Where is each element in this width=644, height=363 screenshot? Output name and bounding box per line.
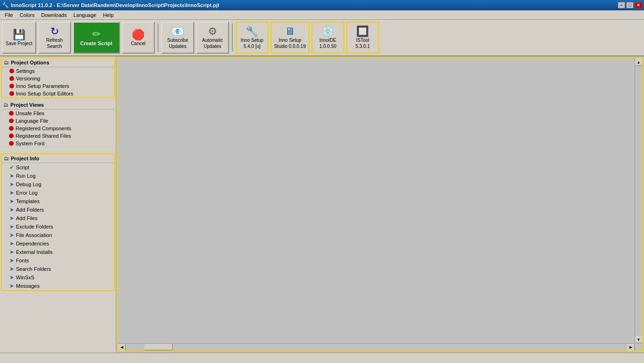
sidebar-item-messages[interactable]: ➤ Messages [2, 282, 114, 290]
horizontal-scrollbar[interactable]: ◀ ▶ [118, 343, 635, 351]
sidebar-item-error-log[interactable]: ➤ Error Log [2, 189, 114, 197]
registered-components-icon [9, 126, 14, 131]
project-views-section: 🗂 Project Views Unsafe Files Language Fi… [1, 100, 115, 148]
add-files-label: Add Files [16, 215, 38, 221]
sidebar-item-exclude-folders[interactable]: ➤ Exclude Folders [2, 222, 114, 231]
project-options-label: Project Options [11, 60, 49, 65]
scroll-track-h[interactable] [126, 344, 627, 351]
system-font-label: System Font [16, 141, 45, 146]
sidebar-item-settings[interactable]: Settings [2, 67, 114, 75]
project-options-header[interactable]: 🗂 Project Options [2, 58, 114, 67]
sidebar-item-registered-components[interactable]: Registered Components [1, 125, 114, 132]
project-info-section: 🗂 Project Info ✔ Script ➤ Run Log ➤ Debu… [1, 153, 115, 291]
refresh-icon: ↻ [50, 26, 59, 37]
system-font-icon [9, 141, 14, 146]
toolbar: 💾 Save Project ↻ Refresh Search ✏ Create… [0, 20, 644, 56]
versioning-icon [9, 76, 14, 81]
title-bar-controls[interactable]: − □ ✕ [618, 2, 642, 8]
sidebar-item-winsxs[interactable]: ➤ WinSxS [2, 273, 114, 282]
create-script-button[interactable]: ✏ Create Script [73, 22, 120, 54]
sidebar-item-registered-shared[interactable]: Registered Shared Files [1, 132, 114, 140]
menu-file[interactable]: File [2, 11, 16, 19]
scroll-thumb-h[interactable] [144, 344, 173, 350]
script-icon: ✔ [9, 164, 14, 171]
winsxs-label: WinSxS [16, 275, 34, 280]
menu-colors[interactable]: Colors [17, 11, 38, 19]
scroll-down-button[interactable]: ▼ [635, 336, 643, 343]
dependencies-icon: ➤ [9, 240, 14, 247]
scroll-left-button[interactable]: ◀ [118, 344, 126, 351]
sidebar-item-script[interactable]: ✔ Script [2, 163, 114, 172]
inno-studio-label2: Studio 0.0.0.19 [274, 44, 306, 49]
sidebar-item-add-folders[interactable]: ➤ Add Folders [2, 205, 114, 214]
unsafe-files-icon [9, 111, 14, 116]
status-bar [0, 353, 644, 363]
toolbar-separator-1 [158, 24, 159, 52]
scroll-track-v[interactable] [635, 66, 642, 336]
refresh-search-button[interactable]: ↻ Refresh Search [38, 22, 71, 54]
sidebar-item-debug-log[interactable]: ➤ Debug Log [2, 180, 114, 189]
project-info-header[interactable]: 🗂 Project Info [2, 154, 114, 163]
registered-shared-label: Registered Shared Files [16, 133, 71, 139]
debug-log-label: Debug Log [16, 182, 41, 187]
inno-studio-button[interactable]: 🖥 Inno Setup Studio 0.0.0.19 [270, 22, 310, 54]
cancel-label: Cancel [131, 41, 145, 46]
language-file-icon [9, 118, 14, 123]
project-options-items: Settings Versioning Inno Setup Parameter… [2, 67, 114, 97]
sidebar-item-search-folders[interactable]: ➤ Search Folders [2, 265, 114, 273]
search-folders-label: Search Folders [16, 266, 51, 272]
close-button[interactable]: ✕ [635, 2, 642, 8]
project-views-header[interactable]: 🗂 Project Views [1, 101, 114, 110]
fonts-icon: ➤ [9, 257, 14, 264]
sidebar-item-system-font[interactable]: System Font [1, 140, 114, 147]
innoidc-icon: 💿 [321, 26, 334, 37]
external-installs-icon: ➤ [9, 249, 14, 255]
minimize-button[interactable]: − [618, 2, 625, 8]
sidebar-item-templates[interactable]: ➤ Templates [2, 197, 114, 205]
winsxs-icon: ➤ [9, 274, 14, 281]
save-project-button[interactable]: 💾 Save Project [2, 22, 36, 54]
istool-button[interactable]: 🔲 ISTool 5.3.0.1 [346, 22, 379, 54]
file-association-label: File Association [16, 232, 52, 238]
scroll-right-button[interactable]: ▶ [627, 344, 635, 351]
script-label: Script [16, 165, 29, 170]
automatic-label2: Updates [204, 44, 221, 49]
sidebar-item-inno-params[interactable]: Inno Setup Parameters [2, 82, 114, 90]
menu-downloads[interactable]: Downloads [39, 11, 70, 19]
istool-label1: ISTool [356, 38, 369, 43]
sidebar-item-add-files[interactable]: ➤ Add Files [2, 214, 114, 222]
sidebar-item-run-log[interactable]: ➤ Run Log [2, 172, 114, 180]
sidebar-item-unsafe-files[interactable]: Unsafe Files [1, 110, 114, 117]
subscribe-label2: Updates [169, 44, 186, 49]
menu-help[interactable]: Help [100, 11, 117, 19]
inno-setup-icon: 🔧 [246, 26, 258, 37]
vertical-scrollbar[interactable]: ▲ ▼ [635, 58, 642, 343]
exclude-folders-icon: ➤ [9, 223, 14, 230]
innoidc-label1: InnoIDE [319, 38, 336, 43]
subscribe-icon: 📧 [171, 26, 184, 37]
sidebar-item-file-association[interactable]: ➤ File Association [2, 231, 114, 239]
sidebar-item-versioning[interactable]: Versioning [2, 75, 114, 82]
innoidc-button[interactable]: 💿 InnoIDE 1.0.0.50 [311, 22, 344, 54]
sidebar-item-fonts[interactable]: ➤ Fonts [2, 256, 114, 265]
automatic-updates-button[interactable]: ⚙ Automatic Updates [196, 22, 229, 54]
sidebar-item-dependencies[interactable]: ➤ Dependencies [2, 239, 114, 248]
title-text: InnoScript 11.0.2 - E:\Server Data\Rande… [11, 2, 219, 8]
error-log-icon: ➤ [9, 189, 14, 196]
subscribe-label1: Subscribe [167, 38, 188, 43]
inno-setup-button[interactable]: 🔧 Inno Setup 5.4.0 [u] [236, 22, 269, 54]
maximize-button[interactable]: □ [626, 2, 634, 8]
project-options-section: 🗂 Project Options Settings Versioning In… [1, 57, 115, 98]
scroll-up-button[interactable]: ▲ [635, 58, 643, 66]
cancel-icon: 🛑 [132, 30, 144, 40]
subscribe-updates-button[interactable]: 📧 Subscribe Updates [161, 22, 194, 54]
innoidc-label2: 1.0.0.50 [319, 44, 336, 49]
menu-language[interactable]: Language [71, 11, 99, 19]
sidebar-item-language-file[interactable]: Language File [1, 117, 114, 125]
sidebar-item-external-installs[interactable]: ➤ External Installs [2, 248, 114, 256]
sidebar-spacer [0, 149, 116, 152]
registered-shared-icon [9, 134, 14, 138]
app-icon: 🔧 [2, 2, 9, 8]
sidebar-item-script-editors[interactable]: Inno Setup Script Editors [2, 90, 114, 97]
cancel-button[interactable]: 🛑 Cancel [122, 22, 155, 54]
